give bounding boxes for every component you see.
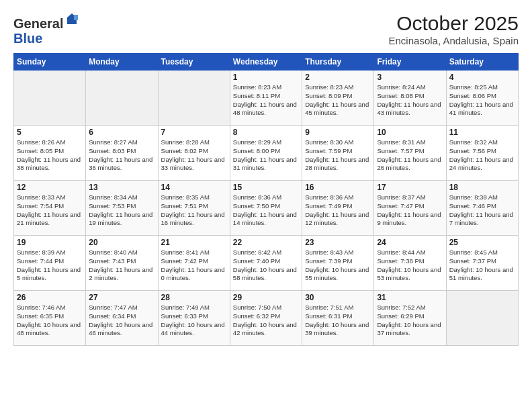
- day-number: 12: [17, 183, 83, 192]
- day-number: 5: [17, 128, 83, 137]
- logo-blue-text: Blue: [13, 31, 42, 46]
- day-number: 18: [449, 183, 515, 192]
- page-subtitle: Encinasola, Andalusia, Spain: [389, 35, 519, 46]
- day-number: 3: [377, 73, 443, 82]
- logo-general-text: General: [13, 16, 63, 31]
- day-info: Sunrise: 8:38 AMSunset: 7:46 PMDaylight:…: [449, 193, 515, 228]
- day-number: 4: [449, 73, 515, 82]
- weekday-header: Friday: [374, 54, 446, 71]
- day-number: 23: [305, 238, 371, 247]
- calendar-cell: 22Sunrise: 8:42 AMSunset: 7:40 PMDayligh…: [230, 236, 302, 291]
- day-number: 9: [305, 128, 371, 137]
- day-info: Sunrise: 8:43 AMSunset: 7:39 PMDaylight:…: [305, 248, 371, 283]
- weekday-header: Monday: [86, 54, 158, 71]
- calendar-cell: 20Sunrise: 8:40 AMSunset: 7:43 PMDayligh…: [86, 236, 158, 291]
- calendar-cell: 14Sunrise: 8:35 AMSunset: 7:51 PMDayligh…: [158, 181, 230, 236]
- calendar-cell: 25Sunrise: 8:45 AMSunset: 7:37 PMDayligh…: [446, 236, 518, 291]
- weekday-header: Saturday: [446, 54, 518, 71]
- calendar-cell: 1Sunrise: 8:23 AMSunset: 8:11 PMDaylight…: [230, 71, 302, 126]
- calendar-cell: 19Sunrise: 8:39 AMSunset: 7:44 PMDayligh…: [14, 236, 86, 291]
- day-number: 11: [449, 128, 515, 137]
- day-info: Sunrise: 8:42 AMSunset: 7:40 PMDaylight:…: [233, 248, 299, 283]
- day-info: Sunrise: 8:27 AMSunset: 8:03 PMDaylight:…: [89, 138, 154, 173]
- day-number: 29: [233, 293, 299, 302]
- day-info: Sunrise: 7:50 AMSunset: 6:32 PMDaylight:…: [233, 304, 299, 338]
- day-info: Sunrise: 8:40 AMSunset: 7:43 PMDaylight:…: [89, 248, 154, 283]
- calendar-cell: 5Sunrise: 8:26 AMSunset: 8:05 PMDaylight…: [14, 126, 86, 181]
- day-info: Sunrise: 8:45 AMSunset: 7:37 PMDaylight:…: [449, 248, 515, 283]
- page-header: General Blue October 2025 Encinasola, An…: [13, 12, 519, 46]
- weekday-header: Tuesday: [158, 54, 230, 71]
- day-info: Sunrise: 8:30 AMSunset: 7:59 PMDaylight:…: [305, 138, 371, 173]
- calendar-week-row: 5Sunrise: 8:26 AMSunset: 8:05 PMDaylight…: [14, 126, 519, 181]
- calendar-cell: 8Sunrise: 8:29 AMSunset: 8:00 PMDaylight…: [230, 126, 302, 181]
- day-number: 28: [161, 293, 227, 302]
- calendar-cell: [446, 291, 518, 346]
- day-number: 8: [233, 128, 299, 137]
- day-info: Sunrise: 8:33 AMSunset: 7:54 PMDaylight:…: [17, 193, 83, 228]
- day-number: 22: [233, 238, 299, 247]
- day-info: Sunrise: 8:41 AMSunset: 7:42 PMDaylight:…: [161, 248, 227, 283]
- day-info: Sunrise: 7:49 AMSunset: 6:33 PMDaylight:…: [161, 304, 227, 338]
- day-number: 2: [305, 73, 371, 82]
- day-info: Sunrise: 8:36 AMSunset: 7:50 PMDaylight:…: [233, 193, 299, 228]
- day-info: Sunrise: 8:32 AMSunset: 7:56 PMDaylight:…: [449, 138, 515, 173]
- page-title: October 2025: [389, 12, 519, 35]
- day-number: 14: [161, 183, 227, 192]
- title-block: October 2025 Encinasola, Andalusia, Spai…: [389, 12, 519, 46]
- day-info: Sunrise: 8:24 AMSunset: 8:08 PMDaylight:…: [377, 83, 443, 118]
- calendar-header-row: SundayMondayTuesdayWednesdayThursdayFrid…: [14, 54, 519, 71]
- calendar-cell: 7Sunrise: 8:28 AMSunset: 8:02 PMDaylight…: [158, 126, 230, 181]
- day-info: Sunrise: 7:46 AMSunset: 6:35 PMDaylight:…: [17, 304, 83, 338]
- day-info: Sunrise: 8:39 AMSunset: 7:44 PMDaylight:…: [17, 248, 83, 283]
- calendar-cell: 31Sunrise: 7:52 AMSunset: 6:29 PMDayligh…: [374, 291, 446, 346]
- day-info: Sunrise: 7:52 AMSunset: 6:29 PMDaylight:…: [377, 304, 443, 338]
- calendar-cell: 10Sunrise: 8:31 AMSunset: 7:57 PMDayligh…: [374, 126, 446, 181]
- weekday-header: Sunday: [14, 54, 86, 71]
- day-number: 25: [449, 238, 515, 247]
- logo: General Blue: [13, 12, 79, 46]
- calendar-week-row: 19Sunrise: 8:39 AMSunset: 7:44 PMDayligh…: [14, 236, 519, 291]
- day-number: 16: [305, 183, 371, 192]
- day-number: 15: [233, 183, 299, 192]
- day-number: 19: [17, 238, 83, 247]
- calendar-cell: 9Sunrise: 8:30 AMSunset: 7:59 PMDaylight…: [302, 126, 374, 181]
- day-info: Sunrise: 8:35 AMSunset: 7:51 PMDaylight:…: [161, 193, 227, 228]
- calendar-cell: 21Sunrise: 8:41 AMSunset: 7:42 PMDayligh…: [158, 236, 230, 291]
- calendar-week-row: 12Sunrise: 8:33 AMSunset: 7:54 PMDayligh…: [14, 181, 519, 236]
- day-number: 6: [89, 128, 154, 137]
- day-info: Sunrise: 8:44 AMSunset: 7:38 PMDaylight:…: [377, 248, 443, 283]
- day-info: Sunrise: 7:51 AMSunset: 6:31 PMDaylight:…: [305, 304, 371, 338]
- day-info: Sunrise: 8:26 AMSunset: 8:05 PMDaylight:…: [17, 138, 83, 173]
- day-number: 24: [377, 238, 443, 247]
- calendar-cell: 16Sunrise: 8:36 AMSunset: 7:49 PMDayligh…: [302, 181, 374, 236]
- day-number: 13: [89, 183, 154, 192]
- weekday-header: Thursday: [302, 54, 374, 71]
- logo-icon: [64, 12, 79, 27]
- calendar-table: SundayMondayTuesdayWednesdayThursdayFrid…: [13, 53, 519, 346]
- day-info: Sunrise: 8:25 AMSunset: 8:06 PMDaylight:…: [449, 83, 515, 118]
- svg-marker-1: [74, 15, 78, 20]
- calendar-cell: 12Sunrise: 8:33 AMSunset: 7:54 PMDayligh…: [14, 181, 86, 236]
- day-number: 1: [233, 73, 299, 82]
- calendar-cell: 6Sunrise: 8:27 AMSunset: 8:03 PMDaylight…: [86, 126, 158, 181]
- calendar-cell: [86, 71, 158, 126]
- calendar-cell: 15Sunrise: 8:36 AMSunset: 7:50 PMDayligh…: [230, 181, 302, 236]
- day-number: 17: [377, 183, 443, 192]
- day-number: 7: [161, 128, 227, 137]
- calendar-cell: 2Sunrise: 8:23 AMSunset: 8:09 PMDaylight…: [302, 71, 374, 126]
- calendar-cell: 11Sunrise: 8:32 AMSunset: 7:56 PMDayligh…: [446, 126, 518, 181]
- calendar-cell: [158, 71, 230, 126]
- day-info: Sunrise: 7:47 AMSunset: 6:34 PMDaylight:…: [89, 304, 154, 338]
- calendar-cell: 17Sunrise: 8:37 AMSunset: 7:47 PMDayligh…: [374, 181, 446, 236]
- calendar-week-row: 1Sunrise: 8:23 AMSunset: 8:11 PMDaylight…: [14, 71, 519, 126]
- day-info: Sunrise: 8:34 AMSunset: 7:53 PMDaylight:…: [89, 193, 154, 228]
- calendar-cell: [14, 71, 86, 126]
- day-number: 31: [377, 293, 443, 302]
- day-info: Sunrise: 8:29 AMSunset: 8:00 PMDaylight:…: [233, 138, 299, 173]
- calendar-cell: 13Sunrise: 8:34 AMSunset: 7:53 PMDayligh…: [86, 181, 158, 236]
- calendar-cell: 29Sunrise: 7:50 AMSunset: 6:32 PMDayligh…: [230, 291, 302, 346]
- calendar-cell: 26Sunrise: 7:46 AMSunset: 6:35 PMDayligh…: [14, 291, 86, 346]
- calendar-cell: 3Sunrise: 8:24 AMSunset: 8:08 PMDaylight…: [374, 71, 446, 126]
- day-number: 26: [17, 293, 83, 302]
